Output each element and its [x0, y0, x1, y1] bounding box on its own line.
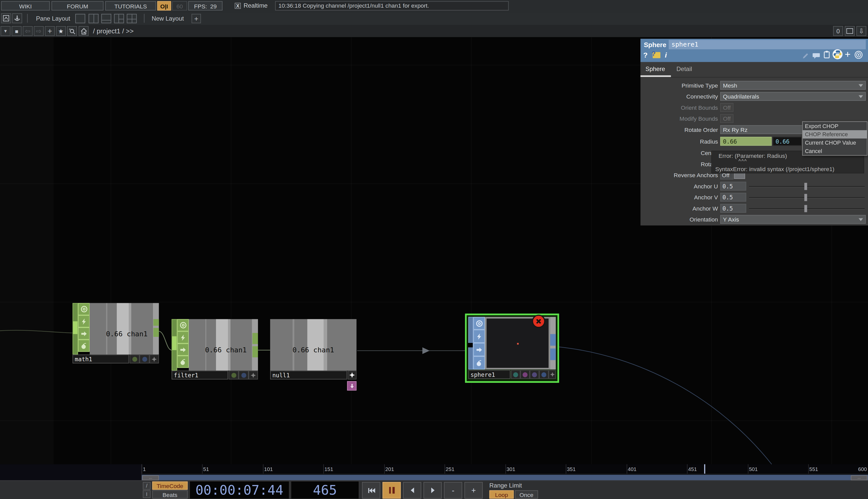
bomb-icon[interactable]	[473, 356, 485, 369]
viewer-icon[interactable]	[473, 317, 485, 330]
lightning-icon[interactable]	[78, 315, 90, 327]
fps-cap-button[interactable]: 60	[172, 1, 187, 10]
loop-button[interactable]: Loop	[489, 490, 514, 499]
search-button[interactable]	[67, 26, 77, 36]
pause-button[interactable]	[382, 482, 401, 499]
step-back-button[interactable]	[403, 482, 421, 499]
sphere1-flag-4[interactable]	[539, 370, 549, 379]
back-button[interactable]: ⇦	[23, 26, 33, 36]
layout-preset-single[interactable]	[75, 14, 85, 23]
playhead[interactable]	[704, 464, 705, 474]
once-button[interactable]: Once	[515, 490, 538, 499]
bomb-icon[interactable]	[78, 340, 90, 352]
math1-output-strip[interactable]	[153, 303, 159, 354]
range-right-handle[interactable]: ...	[851, 475, 868, 480]
math1-viewer-flag[interactable]	[129, 355, 139, 364]
comment-icon[interactable]	[812, 51, 820, 61]
perform-mode-button[interactable]: 0	[833, 26, 843, 36]
arrow-icon[interactable]	[473, 343, 485, 356]
copy-parameters-icon[interactable]	[823, 50, 830, 61]
range-left-handle[interactable]: ...	[142, 475, 159, 480]
layout-preset-left-right-split[interactable]	[114, 14, 124, 23]
step-forward-button[interactable]	[424, 482, 442, 499]
math1-output-connector2[interactable]	[153, 328, 159, 337]
add-layout-button[interactable]: +	[191, 14, 201, 23]
math1-bypass-flag[interactable]	[139, 355, 149, 364]
filter1-output-strip[interactable]	[252, 319, 258, 370]
radius-export-field[interactable]: 0.66	[720, 137, 771, 146]
math1-body[interactable]	[90, 303, 153, 354]
sphere1-name[interactable]: sphere1	[468, 370, 510, 379]
sphere1-output-connector[interactable]	[550, 334, 556, 346]
frame-increment-button[interactable]: +	[465, 482, 483, 499]
realtime-checkbox[interactable]: X	[235, 3, 241, 9]
filter1-input-connector[interactable]	[172, 336, 177, 350]
forward-button[interactable]: ⇨	[34, 26, 44, 36]
wiki-button[interactable]: WIKI	[1, 1, 50, 10]
sphere1-output-strip[interactable]	[550, 317, 556, 370]
info-icon[interactable]: i	[665, 51, 667, 59]
home-button[interactable]	[79, 26, 89, 36]
rewind-button[interactable]	[362, 482, 380, 499]
layout-preset-split-v[interactable]	[89, 14, 99, 23]
null1-star-flag[interactable]	[348, 371, 357, 380]
math1-star-flag[interactable]	[150, 355, 159, 364]
timeline-ruler[interactable]: 1 51 101 151 201 251 301 351 401 451 501…	[142, 464, 868, 474]
menu-item-current-chop-value[interactable]: Current CHOP Value	[803, 138, 867, 147]
pane-image-icon[interactable]	[1, 13, 11, 23]
tab-detail[interactable]: Detail	[677, 65, 692, 72]
math1-input-connector[interactable]	[73, 321, 77, 334]
anchor-u-handle[interactable]	[804, 183, 807, 190]
op-name-input[interactable]: sphere1	[669, 40, 866, 49]
tutorials-button[interactable]: TUTORIALS	[105, 1, 156, 10]
null1-name[interactable]: null1	[270, 371, 347, 380]
viewer-icon[interactable]	[177, 319, 189, 331]
filter1-output-connector[interactable]	[252, 333, 258, 344]
layout-preset-split-h[interactable]	[101, 14, 111, 23]
stop-button[interactable]: ■	[12, 26, 22, 36]
sphere1-flag-1[interactable]	[511, 370, 520, 379]
add-op-button[interactable]: +	[45, 26, 55, 36]
filter1-name[interactable]: filter1	[172, 371, 228, 380]
filter1-bypass-flag[interactable]	[239, 371, 249, 380]
filter1-viewer-flag[interactable]	[229, 371, 239, 380]
target-icon[interactable]	[854, 50, 863, 62]
io-toggle-button[interactable]: O|I	[157, 1, 171, 10]
connectivity-dropdown[interactable]: Quadrilaterals	[720, 92, 866, 101]
node-sphere1[interactable]: sphere1	[465, 314, 559, 383]
breadcrumb[interactable]: / project1 / >>	[93, 27, 134, 35]
menu-item-cancel[interactable]: Cancel	[803, 147, 867, 155]
help-icon[interactable]: ?	[643, 51, 648, 59]
math1-name[interactable]: math1	[73, 355, 129, 364]
insert-mode-button[interactable]: I	[143, 490, 150, 498]
radius-chop-value-field[interactable]: 0.66	[773, 137, 802, 146]
tab-sphere[interactable]: Sphere	[645, 65, 665, 72]
python-icon[interactable]	[833, 49, 843, 59]
sphere1-flag-2[interactable]	[520, 370, 530, 379]
beats-mode-button[interactable]: Beats	[152, 490, 188, 499]
pane-type-dropdown[interactable]: ▼	[0, 26, 10, 36]
node-null1[interactable]: 0.66 chan1 null1	[270, 319, 356, 391]
frame-display[interactable]: 465	[290, 481, 359, 499]
sphere1-input-connector[interactable]	[468, 343, 473, 347]
collapse-pane-button[interactable]: ⇩	[856, 26, 866, 36]
node-math1[interactable]: 0.66 chan1 math1	[73, 303, 159, 364]
anchor-v-value[interactable]: 0.5	[720, 193, 746, 202]
pane-anchor-icon[interactable]	[12, 13, 22, 23]
bookmark-button[interactable]: ★	[56, 26, 66, 36]
math1-output-connector[interactable]	[153, 319, 159, 326]
null1-body[interactable]	[270, 319, 356, 370]
anchor-w-handle[interactable]	[804, 205, 807, 212]
edit-pencil-icon[interactable]	[802, 51, 809, 61]
frame-decrement-button[interactable]: -	[444, 482, 462, 499]
sphere1-output-connector2[interactable]	[550, 349, 556, 360]
lightning-icon[interactable]	[177, 331, 189, 343]
forum-button[interactable]: FORUM	[51, 1, 103, 10]
timeline-range-bar[interactable]: ... ...	[142, 474, 868, 480]
viewer-icon[interactable]	[78, 303, 90, 315]
menu-item-chop-reference[interactable]: CHOP Reference	[803, 130, 867, 138]
add-parameter-icon[interactable]: +	[845, 49, 851, 60]
layout-preset-quad[interactable]	[127, 14, 137, 23]
python-help-icon[interactable]: ?	[652, 51, 661, 59]
slash-mode-button[interactable]: /	[143, 482, 150, 490]
